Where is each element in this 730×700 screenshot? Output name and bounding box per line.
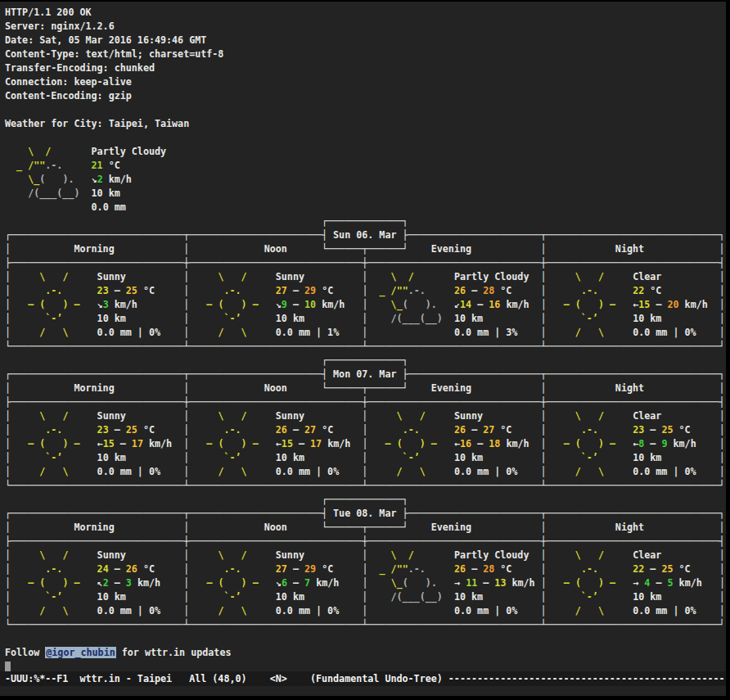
text-segment: Sunny	[97, 410, 126, 422]
text-segment: │	[541, 438, 547, 449]
text-segment: \_	[367, 299, 402, 310]
twitter-handle-link[interactable]: @igor_chubin	[45, 647, 115, 658]
text-segment	[661, 591, 719, 603]
text-segment: –	[466, 563, 483, 575]
text-segment	[483, 410, 540, 422]
text-segment: ┌──────────────────────────────┬────────…	[5, 368, 725, 380]
text-segment: .-.	[189, 285, 276, 296]
text-segment: │	[5, 466, 11, 477]
text-segment: │	[541, 299, 547, 310]
text-segment: .-.	[11, 563, 97, 575]
text-segment: / \	[547, 466, 633, 477]
text-segment	[661, 410, 719, 422]
text-segment	[661, 452, 719, 463]
text-segment: _ /""	[367, 285, 408, 296]
text-segment: °C	[674, 563, 691, 575]
text-segment: │	[5, 313, 11, 324]
text-segment: .-.	[45, 160, 91, 171]
text-segment: HTTP/1.1 200 OK	[5, 7, 92, 18]
text-segment	[511, 424, 540, 436]
text-segment: Sunny	[97, 549, 126, 561]
text-segment: °C	[674, 424, 691, 436]
text-segment: –	[644, 563, 661, 575]
text-segment: 17	[310, 438, 322, 449]
text-segment: │	[5, 438, 11, 449]
text-segment: Connection: keep-alive	[5, 76, 132, 88]
date-header-line: ┌──────────────────────────────┬────────…	[5, 507, 725, 521]
text-segment: .-.	[408, 563, 454, 575]
text-segment	[696, 438, 719, 449]
text-segment: │	[541, 605, 547, 616]
text-segment	[661, 271, 719, 282]
text-segment: °C	[316, 424, 333, 436]
text-segment: │	[5, 452, 11, 463]
text-segment: `-’	[189, 313, 276, 324]
text-segment: ←	[276, 438, 282, 449]
terminal-screen: HTTP/1.1 200 OKServer: nginx/1.2.6Date: …	[0, 2, 726, 696]
text-segment: km/h	[667, 438, 696, 449]
text-segment: ┌──────────────────────────────┬────────…	[5, 508, 725, 519]
text-segment: 0.0 mm | 0%	[454, 466, 517, 477]
text-segment: / \	[11, 327, 97, 338]
text-segment: │	[719, 410, 725, 422]
text-segment: °C	[494, 285, 511, 296]
text-segment: 27	[304, 424, 316, 436]
text-segment: ←	[454, 438, 460, 449]
text-segment: │	[541, 271, 547, 282]
text-segment	[483, 591, 540, 603]
text-segment: │	[5, 605, 11, 616]
text-segment: │	[541, 410, 547, 422]
text-segment: km/h	[316, 299, 345, 310]
text-segment: ‒ ( ) ‒	[547, 577, 633, 589]
http-header-line: Transfer-Encoding: chunked	[5, 61, 725, 75]
text-segment	[339, 605, 362, 616]
forecast-row: │ ‒ ( ) ‒ ←15 – 17 km/h │ ‒ ( ) ‒ ←15 – …	[5, 437, 725, 451]
text-segment: °C	[494, 424, 511, 436]
text-segment: 0.0 mm | 0%	[454, 605, 517, 616]
text-segment: –	[287, 299, 304, 310]
text-segment: │	[719, 563, 725, 575]
text-segment: Content-Encoding: gzip	[5, 90, 132, 102]
text-segment	[529, 271, 540, 282]
table-bottom: └──────────────────────────────┴────────…	[5, 340, 725, 354]
forecast-row: │ \ / Sunny │ \ / Sunny │ \ / Partly Clo…	[5, 270, 725, 284]
text-segment: –	[109, 285, 126, 296]
text-segment: \ /	[367, 271, 454, 282]
text-segment: │	[541, 549, 547, 561]
text-segment: 27	[276, 285, 287, 296]
forecast-row: │ / \ 0.0 mm | 0% │ / \ 0.0 mm | 0% │ / …	[5, 465, 725, 479]
text-segment: ‒ ( ) ‒	[189, 577, 276, 589]
text-segment: │	[5, 549, 11, 561]
text-segment: –	[115, 438, 132, 449]
text-segment: 0.0 mm | 0%	[97, 605, 160, 616]
text-segment: 10 km	[633, 313, 661, 324]
text-segment: │	[719, 452, 725, 463]
current-conditions-line: _ /"".-. 21 °C	[5, 159, 725, 173]
text-segment	[367, 605, 454, 616]
text-segment: Server: nginx/1.2.6	[5, 20, 115, 32]
text-segment	[339, 577, 362, 589]
text-segment	[5, 201, 92, 213]
text-segment: │	[719, 424, 725, 436]
text-segment: 10 km	[92, 187, 120, 199]
text-segment: –	[287, 424, 304, 436]
text-segment	[529, 299, 541, 310]
text-segment: │ Morning │ Noon └──────┬──────┘ Evening…	[5, 243, 725, 255]
text-segment: km/h	[500, 438, 529, 449]
text-segment: 10 km	[97, 452, 126, 463]
column-header-line: │ Morning │ Noon └──────┬──────┘ Evening…	[5, 242, 725, 256]
text-segment: │	[5, 563, 11, 575]
text-segment: –	[644, 438, 661, 449]
text-segment: 10 km	[454, 591, 483, 603]
text-segment: .-.	[367, 424, 454, 436]
text-segment: ↘	[97, 299, 103, 310]
http-header-line: Content-Encoding: gzip	[5, 89, 725, 103]
text-segment: `-’	[189, 591, 276, 603]
text-segment	[126, 313, 183, 324]
text-segment: 10 km	[276, 591, 304, 603]
forecast-row: │ `-’ 10 km │ `-’ 10 km │ /(___(__) 10 k…	[5, 312, 725, 326]
text-segment	[155, 285, 183, 296]
text-segment: °C	[103, 160, 120, 171]
text-segment	[511, 285, 540, 296]
text-segment: │	[541, 591, 547, 603]
